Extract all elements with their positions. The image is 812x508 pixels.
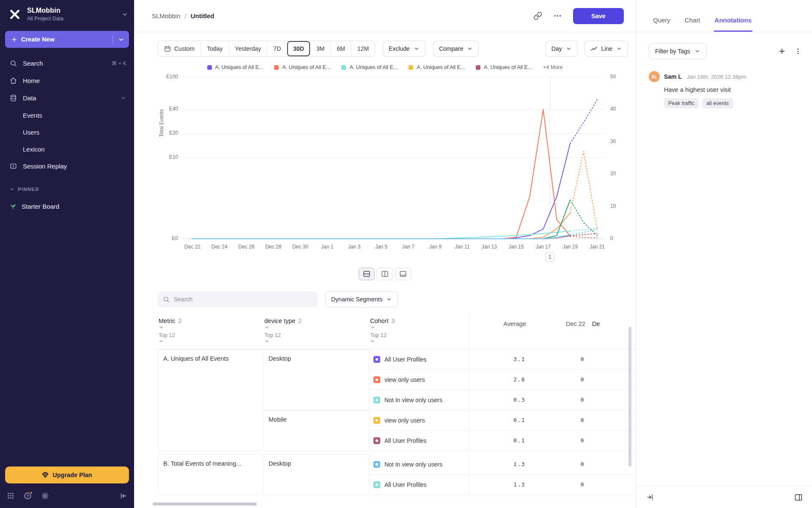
average-value: 3.1 [469, 349, 532, 370]
exclude-dropdown[interactable]: Exclude [383, 41, 425, 57]
range-30d-button[interactable]: 30D [287, 41, 310, 56]
legend-item[interactable]: A. Uniques of All E... [476, 64, 532, 70]
mixpanel-logo-icon [8, 7, 22, 22]
annotations-panel: Query Chart Annotations Filter by Tags S… [636, 0, 812, 508]
column-header-cohort[interactable]: Cohort3 [369, 313, 469, 331]
collapse-sidebar-icon[interactable] [119, 492, 127, 500]
sidebar-item-session-replay[interactable]: Session Replay [0, 157, 134, 175]
column-header-dec22[interactable]: Dec 22 [532, 313, 591, 331]
device-cell[interactable]: Desktop [263, 454, 369, 495]
range-custom-button[interactable]: Custom [158, 41, 200, 56]
annotations-more-icon[interactable] [794, 47, 802, 55]
chart-type-dropdown[interactable]: Line [584, 41, 628, 57]
y-axis-left-tick: E10 [158, 154, 178, 160]
metric-top-filter[interactable]: Top 12 [158, 331, 263, 349]
gear-icon[interactable] [41, 492, 49, 500]
series-color-swatch [373, 437, 380, 444]
range-yesterday-button[interactable]: Yesterday [229, 41, 267, 56]
sidebar-item-home[interactable]: Home [0, 72, 134, 89]
range-today-button[interactable]: Today [200, 41, 228, 56]
pinned-section-toggle[interactable]: PINNED [0, 187, 134, 192]
table-row[interactable]: B. Total Events of meaning... Desktop No… [158, 454, 636, 475]
x-axis-tick: Jan 19 [557, 244, 583, 250]
annotation-text: Have a highest user visit [664, 86, 799, 93]
legend-swatch-icon [207, 65, 212, 70]
legend-more-button[interactable]: +4 More [543, 64, 562, 70]
layout-split-vertical-button[interactable] [377, 268, 393, 280]
cohort-cell[interactable]: Not In view only users [369, 454, 469, 475]
column-header-metric[interactable]: Metric2 [158, 313, 263, 331]
vertical-scrollbar[interactable] [628, 327, 631, 467]
table-row[interactable]: A. Uniques of All Events Desktop All Use… [158, 349, 636, 370]
tab-annotations[interactable]: Annotations [714, 17, 753, 32]
legend-item[interactable]: A. Uniques of All E... [274, 64, 330, 70]
layout-split-horizontal-button[interactable] [359, 268, 375, 280]
cohort-cell[interactable]: Not In view only users [369, 390, 469, 410]
tab-chart[interactable]: Chart [684, 17, 701, 32]
dynamic-segments-dropdown[interactable]: Dynamic Segments [325, 291, 398, 307]
interval-dropdown[interactable]: Day [546, 41, 578, 57]
device-top-filter[interactable]: Top 12 [263, 331, 369, 349]
annotation-tag[interactable]: Peak traffic [664, 98, 699, 108]
device-cell[interactable]: Mobile [263, 410, 369, 451]
range-7d-button[interactable]: 7D [267, 41, 287, 56]
segment-search-input[interactable] [174, 296, 313, 303]
create-new-button[interactable]: Create New [5, 31, 129, 48]
upgrade-plan-button[interactable]: Upgrade Plan [5, 467, 129, 483]
legend-item[interactable]: A. Uniques of All E... [341, 64, 398, 70]
sidebar-item-events[interactable]: Events [0, 107, 134, 124]
sidebar-item-users[interactable]: Users [0, 124, 134, 141]
sidebar-item-search[interactable]: Search ⌘ + K [0, 55, 134, 72]
column-header-device-type[interactable]: device type2 [263, 313, 369, 331]
filter-by-tags-dropdown[interactable]: Filter by Tags [649, 43, 707, 59]
annotation-tag[interactable]: all events [702, 98, 733, 108]
legend-label: A. Uniques of All E... [349, 64, 398, 70]
column-header-average[interactable]: Average [469, 313, 532, 331]
breadcrumb-workspace[interactable]: SLMobbin [152, 12, 181, 19]
range-12m-button[interactable]: 12M [351, 41, 375, 56]
save-button[interactable]: Save [573, 8, 624, 24]
sidebar-item-starter-board[interactable]: Starter Board [0, 198, 134, 215]
cohort-cell[interactable]: view only users [369, 370, 469, 390]
apps-grid-icon[interactable] [7, 492, 14, 500]
legend-item[interactable]: A. Uniques of All E... [207, 64, 263, 70]
chevron-down-icon [370, 339, 464, 344]
annotation-item[interactable]: SL Sam L Jan 18th, 2026 12:36pm Have a h… [636, 59, 812, 108]
cohort-cell[interactable]: All User Profiles [369, 349, 469, 370]
device-cell[interactable]: Desktop [263, 349, 369, 410]
line-chart[interactable]: Total Events 1 E100E40E20E10E05040302010… [158, 73, 629, 264]
cohort-cell[interactable]: All User Profiles [369, 475, 469, 495]
dec22-value: 0 [532, 349, 591, 370]
sidebar-item-data[interactable]: Data [0, 89, 134, 107]
expand-panel-icon[interactable] [646, 493, 654, 501]
legend-item[interactable]: A. Uniques of All E... [409, 64, 465, 70]
cohort-top-filter[interactable]: Top 12 [369, 331, 469, 349]
series-color-swatch [373, 397, 380, 403]
compare-dropdown[interactable]: Compare [433, 41, 479, 57]
breadcrumb-page-title[interactable]: Untitled [191, 12, 214, 19]
home-icon [9, 77, 17, 84]
horizontal-scrollbar[interactable] [153, 502, 257, 505]
more-options-icon[interactable] [553, 11, 562, 20]
share-link-icon[interactable] [533, 11, 542, 20]
segment-search[interactable] [158, 291, 318, 307]
create-new-label: Create New [21, 36, 55, 43]
cohort-cell[interactable]: view only users [369, 410, 469, 431]
dec22-value: 0 [532, 390, 591, 410]
help-icon[interactable]: ? [24, 492, 32, 500]
toggle-side-panel-icon[interactable] [794, 493, 803, 502]
segment-controls: Dynamic Segments [158, 291, 636, 307]
metric-cell[interactable]: A. Uniques of All Events [158, 349, 263, 451]
sidebar-item-lexicon[interactable]: Lexicon [0, 141, 134, 157]
cohort-cell[interactable]: All User Profiles [369, 431, 469, 451]
metric-cell[interactable]: B. Total Events of meaning... [158, 454, 263, 495]
chart-series-line [192, 109, 570, 239]
add-annotation-button[interactable] [778, 47, 786, 55]
layout-chart-only-button[interactable] [395, 268, 411, 280]
range-3m-button[interactable]: 3M [310, 41, 330, 56]
range-6m-button[interactable]: 6M [330, 41, 351, 56]
tab-query[interactable]: Query [652, 17, 671, 32]
annotation-marker-badge[interactable]: 1 [545, 252, 554, 262]
workspace-switcher[interactable]: SLMobbin All Project Data [0, 0, 134, 26]
create-new-dropdown[interactable] [113, 31, 129, 48]
